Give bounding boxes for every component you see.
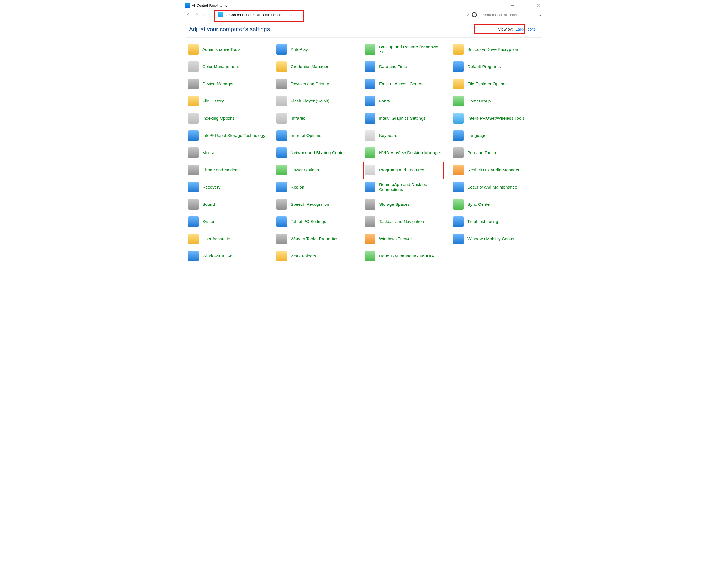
cp-item-icon bbox=[364, 112, 376, 124]
cp-item-indexing-options[interactable]: Indexing Options bbox=[187, 112, 276, 124]
breadcrumb-control-panel[interactable]: Control Panel bbox=[229, 13, 251, 17]
cp-item-label: Flash Player (32-bit) bbox=[291, 98, 329, 103]
cp-item-label: Speech Recognition bbox=[291, 202, 329, 207]
cp-item-file-history[interactable]: File History bbox=[187, 95, 276, 107]
cp-item-label: Intel® Rapid Storage Technology bbox=[202, 133, 265, 138]
view-by-value[interactable]: Large icons bbox=[516, 27, 539, 31]
address-bar[interactable]: › Control Panel › All Control Panel Item… bbox=[216, 11, 479, 18]
cp-item-icon bbox=[364, 250, 376, 262]
cp-item-network-and-sharing-center[interactable]: Network and Sharing Center bbox=[276, 147, 364, 159]
cp-item-icon bbox=[276, 43, 288, 56]
cp-item-troubleshooting[interactable]: Troubleshooting bbox=[452, 215, 541, 228]
cp-item-power-options[interactable]: Power Options bbox=[276, 164, 364, 176]
cp-item-icon bbox=[276, 250, 288, 262]
cp-item-storage-spaces[interactable]: Storage Spaces bbox=[364, 198, 452, 210]
up-button[interactable] bbox=[206, 11, 214, 19]
cp-item-system[interactable]: System bbox=[187, 215, 276, 228]
back-button[interactable] bbox=[184, 11, 192, 19]
cp-item-flash-player-32-bit[interactable]: Flash Player (32-bit) bbox=[276, 95, 364, 107]
cp-item-programs-and-features[interactable]: Programs and Features bbox=[364, 164, 452, 176]
cp-item-icon bbox=[452, 181, 465, 193]
view-by-control: View by: Large icons bbox=[498, 27, 539, 31]
cp-item-credential-manager[interactable]: Credential Manager bbox=[276, 61, 364, 73]
cp-item-date-and-time[interactable]: Date and Time bbox=[364, 61, 452, 73]
forward-button[interactable] bbox=[193, 11, 201, 19]
cp-item-work-folders[interactable]: Work Folders bbox=[276, 250, 364, 262]
cp-item-administrative-tools[interactable]: Administrative Tools bbox=[187, 43, 276, 56]
cp-item-backup-and-restore-windows-7[interactable]: Backup and Restore (Windows 7) bbox=[364, 43, 452, 56]
cp-item-icon bbox=[187, 250, 199, 262]
cp-item-remoteapp-and-desktop-connections[interactable]: RemoteApp and Desktop Connections bbox=[364, 181, 452, 193]
cp-item-device-manager[interactable]: Device Manager bbox=[187, 78, 276, 90]
cp-item-label: File Explorer Options bbox=[467, 81, 508, 86]
cp-item-taskbar-and-navigation[interactable]: Taskbar and Navigation bbox=[364, 215, 452, 228]
cp-item-file-explorer-options[interactable]: File Explorer Options bbox=[452, 78, 541, 90]
cp-item-tablet-pc-settings[interactable]: Tablet PC Settings bbox=[276, 215, 364, 228]
cp-item-icon bbox=[452, 147, 465, 159]
cp-item-speech-recognition[interactable]: Speech Recognition bbox=[276, 198, 364, 210]
cp-item-windows-to-go[interactable]: Windows To Go bbox=[187, 250, 276, 262]
arrow-left-icon bbox=[186, 13, 190, 17]
cp-item-phone-and-modem[interactable]: Phone and Modem bbox=[187, 164, 276, 176]
cp-item-nvidia[interactable]: Панель управления NVIDIA bbox=[364, 250, 452, 262]
cp-item-label: Windows To Go bbox=[202, 254, 232, 259]
cp-item-sound[interactable]: Sound bbox=[187, 198, 276, 210]
cp-item-internet-options[interactable]: Internet Options bbox=[276, 129, 364, 142]
maximize-button[interactable] bbox=[519, 1, 532, 10]
cp-item-default-programs[interactable]: Default Programs bbox=[452, 61, 541, 73]
cp-item-ease-of-access-center[interactable]: Ease of Access Center bbox=[364, 78, 452, 90]
cp-item-label: Keyboard bbox=[379, 133, 397, 138]
recent-dropdown-button[interactable] bbox=[201, 11, 205, 19]
cp-item-windows-mobility-center[interactable]: Windows Mobility Center bbox=[452, 233, 541, 245]
cp-item-fonts[interactable]: Fonts bbox=[364, 95, 452, 107]
cp-item-wacom-tablet-properties[interactable]: Wacom Tablet Properties bbox=[276, 233, 364, 245]
close-button[interactable] bbox=[532, 1, 545, 10]
cp-item-color-management[interactable]: Color Management bbox=[187, 61, 276, 73]
cp-item-icon bbox=[452, 129, 465, 142]
cp-item-label: Language bbox=[467, 133, 487, 138]
cp-item-security-and-maintenance[interactable]: Security and Maintenance bbox=[452, 181, 541, 193]
cp-item-label: Pen and Touch bbox=[467, 150, 496, 155]
cp-item-label: AutoPlay bbox=[291, 47, 308, 52]
cp-item-language[interactable]: Language bbox=[452, 129, 541, 142]
cp-item-realtek-hd-audio-manager[interactable]: Realtek HD Audio Manager bbox=[452, 164, 541, 176]
cp-item-icon bbox=[276, 112, 288, 124]
search-input[interactable] bbox=[482, 12, 538, 17]
cp-item-intel-proset-wireless-tools[interactable]: Intel® PROSet/Wireless Tools bbox=[452, 112, 541, 124]
arrow-right-icon bbox=[195, 13, 199, 17]
control-panel-breadcrumb-icon bbox=[218, 12, 223, 17]
cp-item-pen-and-touch[interactable]: Pen and Touch bbox=[452, 147, 541, 159]
cp-item-sync-center[interactable]: Sync Center bbox=[452, 198, 541, 210]
cp-item-keyboard[interactable]: Keyboard bbox=[364, 129, 452, 142]
search-box[interactable] bbox=[480, 11, 544, 18]
cp-item-label: File History bbox=[202, 98, 224, 103]
minimize-button[interactable] bbox=[506, 1, 519, 10]
cp-item-icon bbox=[364, 198, 376, 210]
cp-item-icon bbox=[276, 61, 288, 73]
cp-item-label: Credential Manager bbox=[291, 64, 328, 69]
refresh-button[interactable] bbox=[471, 11, 478, 18]
cp-item-autoplay[interactable]: AutoPlay bbox=[276, 43, 364, 56]
cp-item-infrared[interactable]: Infrared bbox=[276, 112, 364, 124]
cp-item-label: RemoteApp and Desktop Connections bbox=[379, 182, 443, 192]
cp-item-user-accounts[interactable]: User Accounts bbox=[187, 233, 276, 245]
cp-item-mouse[interactable]: Mouse bbox=[187, 147, 276, 159]
cp-item-windows-firewall[interactable]: Windows Firewall bbox=[364, 233, 452, 245]
cp-item-devices-and-printers[interactable]: Devices and Printers bbox=[276, 78, 364, 90]
header-row: Adjust your computer's settings View by:… bbox=[183, 20, 545, 35]
cp-item-bitlocker-drive-encryption[interactable]: BitLocker Drive Encryption bbox=[452, 43, 541, 56]
cp-item-region[interactable]: Region bbox=[276, 181, 364, 193]
search-icon[interactable] bbox=[538, 12, 542, 17]
cp-item-label: Windows Firewall bbox=[379, 236, 413, 241]
cp-item-recovery[interactable]: Recovery bbox=[187, 181, 276, 193]
cp-item-intel-graphics-settings[interactable]: Intel® Graphics Settings bbox=[364, 112, 452, 124]
cp-item-homegroup[interactable]: HomeGroup bbox=[452, 95, 541, 107]
navigation-row: › Control Panel › All Control Panel Item… bbox=[183, 10, 545, 20]
cp-item-intel-rapid-storage-technology[interactable]: Intel® Rapid Storage Technology bbox=[187, 129, 276, 142]
page-title: Adjust your computer's settings bbox=[189, 26, 270, 32]
cp-item-nvidia-nview-desktop-manager[interactable]: NVIDIA nView Desktop Manager bbox=[364, 147, 452, 159]
svg-rect-0 bbox=[524, 4, 527, 7]
breadcrumb-all-items[interactable]: All Control Panel Items bbox=[256, 13, 292, 17]
cp-item-icon bbox=[276, 198, 288, 210]
address-dropdown-button[interactable] bbox=[464, 11, 471, 18]
